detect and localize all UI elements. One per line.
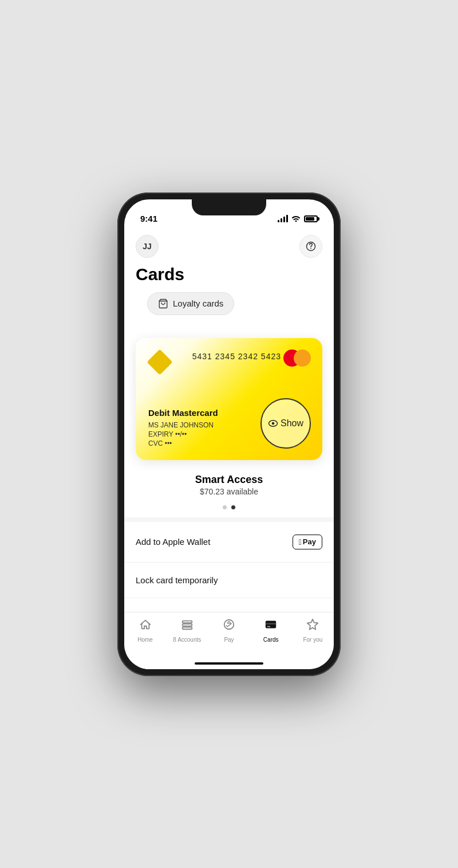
cart-icon: [158, 299, 168, 309]
accounts-icon: [181, 618, 194, 634]
loyalty-cards-label: Loyalty cards: [173, 299, 223, 308]
home-icon: [139, 618, 152, 634]
page-title: Cards: [124, 262, 334, 292]
add-apple-wallet-item[interactable]: Add to Apple Wallet  Pay: [124, 522, 334, 563]
avatar[interactable]: JJ: [136, 235, 159, 258]
battery-icon: [304, 215, 318, 222]
phone-frame: 9:41: [117, 193, 341, 676]
pay-icon: [223, 618, 235, 634]
lock-card-label: Lock card temporarily: [136, 575, 218, 585]
top-bar: JJ: [124, 228, 334, 262]
add-apple-wallet-label: Add to Apple Wallet: [136, 537, 210, 547]
account-info: Smart Access $70.23 available: [124, 467, 334, 501]
nav-home-label: Home: [137, 637, 153, 643]
svg-rect-4: [183, 620, 192, 623]
card-carousel: 5431 2345 2342 5423 Debit Mastercard MS …: [124, 338, 334, 460]
lock-card-item[interactable]: Lock card temporarily: [124, 563, 334, 598]
nav-cards[interactable]: Cards: [250, 618, 292, 643]
nav-pay-label: Pay: [224, 637, 234, 643]
report-card-item[interactable]: Report lost, stolen or damaged card: [124, 598, 334, 612]
svg-rect-5: [183, 624, 192, 626]
home-indicator: [124, 658, 334, 669]
loyalty-cards-button[interactable]: Loyalty cards: [147, 292, 234, 315]
svg-point-3: [272, 422, 275, 425]
apple-pay-label: Pay: [303, 537, 316, 546]
phone-screen: 9:41: [124, 199, 334, 669]
nav-accounts-label: 8 Accounts: [173, 637, 201, 643]
screen-content[interactable]: JJ Cards: [124, 228, 334, 612]
dot-1: [223, 505, 227, 509]
nav-for-you-label: For you: [303, 637, 322, 643]
notch: [192, 199, 266, 215]
apple-icon: : [299, 537, 302, 547]
nav-accounts[interactable]: 8 Accounts: [166, 618, 208, 643]
carousel-dots: [124, 505, 334, 509]
card-number: 5431 2345 2342 5423: [192, 352, 281, 361]
bottom-nav: Home 8 Accounts: [124, 612, 334, 658]
section-divider: [124, 517, 334, 522]
mastercard-logo: [283, 349, 311, 367]
nav-home[interactable]: Home: [124, 618, 166, 643]
bank-logo: [148, 351, 171, 374]
cards-icon: [264, 618, 277, 634]
eye-icon: Show: [268, 418, 303, 429]
nav-cards-label: Cards: [263, 637, 279, 643]
svg-point-7: [224, 619, 234, 629]
home-bar: [195, 662, 263, 665]
apple-pay-badge:  Pay: [293, 535, 322, 549]
nav-for-you[interactable]: For you: [292, 618, 334, 643]
signal-icon: [278, 215, 288, 222]
account-balance: $70.23 available: [136, 487, 322, 496]
debit-card[interactable]: 5431 2345 2342 5423 Debit Mastercard MS …: [136, 338, 322, 460]
help-button[interactable]: [299, 235, 322, 258]
menu-list: Add to Apple Wallet  Pay Lock card temp…: [124, 522, 334, 612]
svg-rect-9: [266, 623, 276, 625]
for-you-icon: [306, 618, 319, 634]
show-card-button[interactable]: Show: [260, 398, 311, 449]
dot-2: [231, 505, 235, 509]
status-time: 9:41: [140, 214, 157, 223]
svg-rect-10: [267, 626, 271, 627]
account-name: Smart Access: [136, 474, 322, 486]
status-icons: [278, 214, 318, 223]
wifi-icon: [291, 214, 301, 223]
svg-rect-6: [183, 627, 192, 629]
nav-pay[interactable]: Pay: [208, 618, 250, 643]
